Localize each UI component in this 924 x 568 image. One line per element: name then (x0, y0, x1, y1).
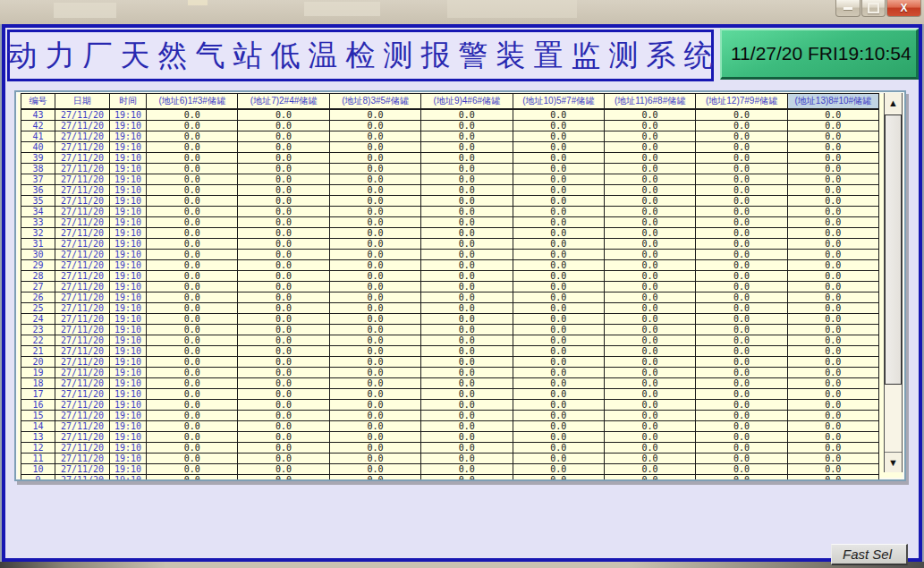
table-row[interactable]: 3627/11/2019:100.00.00.00.00.00.00.00.0 (21, 185, 879, 196)
data-table: 编号日期时间(地址6)1#3#储罐(地址7)2#4#储罐(地址8)3#5#储罐(… (21, 93, 879, 481)
row-value: 0.0 (513, 153, 604, 164)
row-number: 12 (21, 443, 55, 454)
table-row[interactable]: 3527/11/2019:100.00.00.00.00.00.00.00.0 (21, 196, 879, 207)
table-row[interactable]: 4027/11/2019:100.00.00.00.00.00.00.00.0 (21, 142, 879, 153)
table-row[interactable]: 1327/11/2019:100.00.00.00.00.00.00.00.0 (21, 432, 879, 443)
row-date: 27/11/20 (55, 432, 110, 443)
row-value: 0.0 (513, 109, 604, 121)
row-time: 19:10 (110, 207, 147, 217)
table-row[interactable]: 1427/11/2019:100.00.00.00.00.00.00.00.0 (21, 421, 879, 432)
table-row[interactable]: 1727/11/2019:100.00.00.00.00.00.00.00.0 (21, 389, 879, 400)
row-time: 19:10 (110, 325, 147, 335)
table-row[interactable]: 1027/11/2019:100.00.00.00.00.00.00.00.0 (21, 464, 879, 475)
row-value: 0.0 (787, 282, 878, 292)
row-value: 0.0 (604, 217, 695, 228)
column-header: (地址10)5#7#储罐 (513, 94, 604, 110)
table-row[interactable]: 4227/11/2019:100.00.00.00.00.00.00.00.0 (21, 121, 879, 131)
row-time: 19:10 (110, 153, 147, 164)
row-value: 0.0 (329, 109, 420, 121)
table-row[interactable]: 2227/11/2019:100.00.00.00.00.00.00.00.0 (21, 335, 879, 346)
table-row[interactable]: 2627/11/2019:100.00.00.00.00.00.00.00.0 (21, 292, 879, 303)
row-number: 11 (21, 454, 55, 464)
row-value: 0.0 (604, 228, 695, 239)
scroll-up-button[interactable]: ▲ (885, 93, 902, 113)
row-number: 31 (21, 239, 55, 250)
row-value: 0.0 (787, 185, 878, 196)
vertical-scrollbar[interactable]: ▲ ▼ (884, 93, 903, 472)
row-value: 0.0 (147, 411, 238, 421)
table-row[interactable]: 1127/11/2019:100.00.00.00.00.00.00.00.0 (21, 454, 879, 464)
row-date: 27/11/20 (55, 121, 110, 131)
row-value: 0.0 (513, 454, 604, 464)
row-value: 0.0 (238, 303, 329, 314)
row-value: 0.0 (604, 250, 695, 260)
row-value: 0.0 (696, 346, 787, 357)
table-row[interactable]: 4327/11/2019:100.00.00.00.00.00.00.00.0 (21, 109, 879, 121)
row-value: 0.0 (513, 421, 604, 432)
row-value: 0.0 (696, 228, 787, 239)
table-row[interactable]: 2527/11/2019:100.00.00.00.00.00.00.00.0 (21, 303, 879, 314)
row-value: 0.0 (696, 389, 787, 400)
scroll-down-button[interactable]: ▼ (885, 452, 902, 472)
row-value: 0.0 (147, 174, 238, 185)
table-row[interactable]: 2327/11/2019:100.00.00.00.00.00.00.00.0 (21, 325, 879, 335)
table-row[interactable]: 2027/11/2019:100.00.00.00.00.00.00.00.0 (21, 357, 879, 368)
row-value: 0.0 (421, 153, 513, 164)
row-value: 0.0 (421, 378, 513, 389)
table-row[interactable]: 2727/11/2019:100.00.00.00.00.00.00.00.0 (21, 282, 879, 292)
row-number: 10 (21, 464, 55, 475)
row-number: 18 (21, 378, 55, 389)
row-value: 0.0 (604, 185, 695, 196)
row-value: 0.0 (329, 378, 420, 389)
table-row[interactable]: 4127/11/2019:100.00.00.00.00.00.00.00.0 (21, 131, 879, 142)
table-row[interactable]: 1927/11/2019:100.00.00.00.00.00.00.00.0 (21, 368, 879, 378)
table-row[interactable]: 1527/11/2019:100.00.00.00.00.00.00.00.0 (21, 411, 879, 421)
scrollbar-thumb[interactable] (885, 114, 902, 385)
minimize-icon (843, 7, 852, 10)
row-date: 27/11/20 (55, 464, 110, 475)
table-row[interactable]: 3027/11/2019:100.00.00.00.00.00.00.00.0 (21, 250, 879, 260)
row-value: 0.0 (513, 196, 604, 207)
row-value: 0.0 (513, 271, 604, 282)
row-value: 0.0 (329, 454, 420, 464)
row-date: 27/11/20 (55, 174, 110, 185)
table-row[interactable]: 3727/11/2019:100.00.00.00.00.00.00.00.0 (21, 174, 879, 185)
maximize-button[interactable] (861, 0, 886, 17)
row-value: 0.0 (147, 378, 238, 389)
table-row[interactable]: 1627/11/2019:100.00.00.00.00.00.00.00.0 (21, 400, 879, 411)
row-value: 0.0 (238, 164, 329, 174)
table-row[interactable]: 2927/11/2019:100.00.00.00.00.00.00.00.0 (21, 260, 879, 271)
minimize-button[interactable] (835, 0, 860, 17)
table-row[interactable]: 3927/11/2019:100.00.00.00.00.00.00.00.0 (21, 153, 879, 164)
table-row[interactable]: 1227/11/2019:100.00.00.00.00.00.00.00.0 (21, 443, 879, 454)
table-row[interactable]: 2427/11/2019:100.00.00.00.00.00.00.00.0 (21, 314, 879, 325)
table-row[interactable]: 1827/11/2019:100.00.00.00.00.00.00.00.0 (21, 378, 879, 389)
table-row[interactable]: 927/11/2019:100.00.00.00.00.00.00.00.0 (21, 475, 879, 482)
row-value: 0.0 (604, 454, 695, 464)
table-row[interactable]: 3127/11/2019:100.00.00.00.00.00.00.00.0 (21, 239, 879, 250)
row-value: 0.0 (513, 411, 604, 421)
table-row[interactable]: 2127/11/2019:100.00.00.00.00.00.00.00.0 (21, 346, 879, 357)
row-value: 0.0 (513, 475, 604, 482)
row-value: 0.0 (147, 153, 238, 164)
table-row[interactable]: 3827/11/2019:100.00.00.00.00.00.00.00.0 (21, 164, 879, 174)
row-date: 27/11/20 (55, 131, 110, 142)
row-value: 0.0 (147, 250, 238, 260)
fast-sel-button[interactable]: Fast Sel (831, 544, 908, 565)
row-date: 27/11/20 (55, 109, 110, 121)
row-value: 0.0 (329, 131, 420, 142)
maximize-icon (868, 3, 879, 13)
table-row[interactable]: 2827/11/2019:100.00.00.00.00.00.00.00.0 (21, 271, 879, 282)
row-value: 0.0 (147, 454, 238, 464)
table-row[interactable]: 3427/11/2019:100.00.00.00.00.00.00.00.0 (21, 207, 879, 217)
table-row[interactable]: 3327/11/2019:100.00.00.00.00.00.00.00.0 (21, 217, 879, 228)
arrow-down-icon: ▼ (888, 457, 898, 468)
row-value: 0.0 (329, 260, 420, 271)
close-button[interactable]: X (886, 0, 921, 17)
table-row[interactable]: 3227/11/2019:100.00.00.00.00.00.00.00.0 (21, 228, 879, 239)
row-value: 0.0 (329, 228, 420, 239)
row-value: 0.0 (147, 335, 238, 346)
row-value: 0.0 (421, 464, 513, 475)
row-number: 34 (21, 207, 55, 217)
row-value: 0.0 (238, 153, 329, 164)
